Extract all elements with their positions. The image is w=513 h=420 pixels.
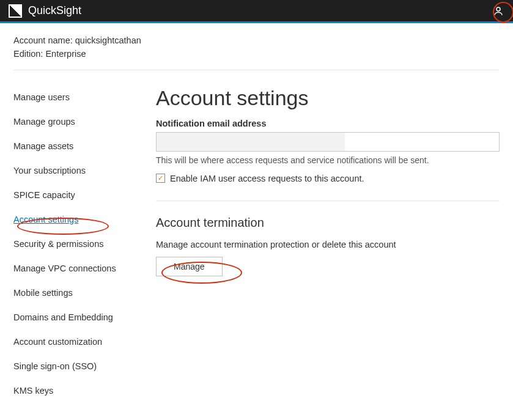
- sidebar-item-manage-groups[interactable]: Manage groups: [13, 109, 145, 134]
- email-input[interactable]: [156, 132, 500, 152]
- sidebar-item-security-permissions[interactable]: Security & permissions: [13, 232, 145, 256]
- quicksight-logo-icon: [9, 4, 22, 18]
- edition-line: Edition: Enterprise: [13, 48, 500, 61]
- sidebar-item-manage-assets[interactable]: Manage assets: [13, 134, 145, 158]
- sidebar-item-spice-capacity[interactable]: SPICE capacity: [13, 183, 145, 207]
- sidebar-item-account-settings[interactable]: Account settings: [13, 207, 145, 232]
- sidebar-item-manage-vpc-connections[interactable]: Manage VPC connections: [13, 256, 145, 281]
- sidebar-item-your-subscriptions[interactable]: Your subscriptions: [13, 158, 145, 183]
- termination-title: Account termination: [156, 216, 500, 230]
- email-label: Notification email address: [156, 119, 500, 128]
- email-help-text: This will be where access requests and s…: [156, 155, 500, 165]
- account-name-value: quicksightcathan: [75, 35, 141, 45]
- edition-label: Edition:: [13, 49, 45, 59]
- sidebar-item-manage-users[interactable]: Manage users: [13, 85, 145, 109]
- edition-value: Enterprise: [45, 49, 86, 59]
- sidebar-item-domains-embedding[interactable]: Domains and Embedding: [13, 305, 145, 330]
- account-name-line: Account name: quicksightcathan: [13, 34, 500, 48]
- sidebar: Manage users Manage groups Manage assets…: [13, 81, 145, 403]
- iam-checkbox-row[interactable]: ✓ Enable IAM user access requests to thi…: [156, 174, 500, 183]
- svg-point-0: [496, 7, 500, 11]
- user-icon[interactable]: [492, 5, 504, 17]
- termination-desc: Manage account termination protection or…: [156, 240, 500, 249]
- topbar-left: QuickSight: [9, 4, 81, 18]
- topbar: QuickSight: [0, 0, 513, 23]
- body: Manage users Manage groups Manage assets…: [0, 70, 513, 403]
- manage-button[interactable]: Manage: [156, 257, 223, 276]
- sidebar-item-sso[interactable]: Single sign-on (SSO): [13, 354, 145, 378]
- section-divider: [156, 201, 500, 201]
- page-title: Account settings: [156, 86, 500, 110]
- sidebar-item-account-customization[interactable]: Account customization: [13, 330, 145, 354]
- iam-checkbox-label: Enable IAM user access requests to this …: [170, 174, 364, 183]
- main-content: Account settings Notification email addr…: [156, 81, 500, 403]
- brand-name: QuickSight: [28, 4, 81, 17]
- account-name-label: Account name:: [13, 35, 75, 45]
- sidebar-item-kms-keys[interactable]: KMS keys: [13, 378, 145, 403]
- sidebar-item-mobile-settings[interactable]: Mobile settings: [13, 281, 145, 305]
- iam-checkbox[interactable]: ✓: [156, 174, 165, 183]
- subheader: Account name: quicksightcathan Edition: …: [0, 23, 513, 70]
